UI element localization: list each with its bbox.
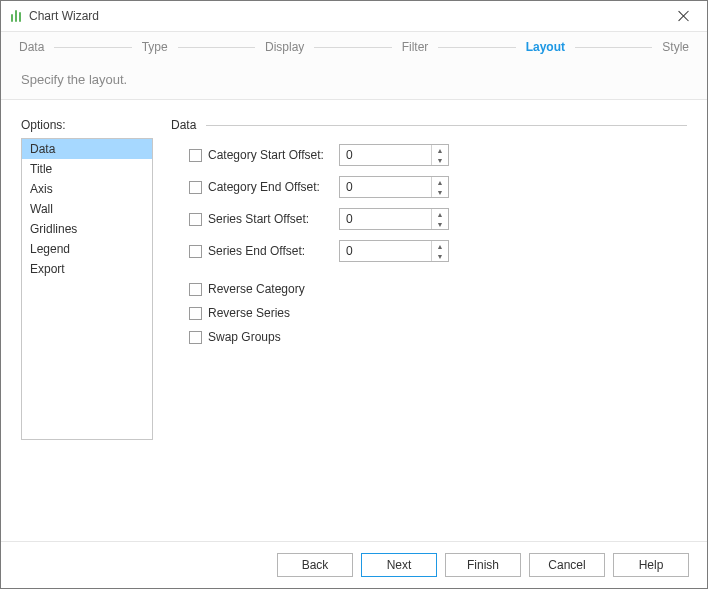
spinner-value[interactable]: 0 (340, 241, 431, 261)
checkbox-icon (189, 213, 202, 226)
form-rows: Category Start Offset: 0 ▲ ▼ Category En… (171, 144, 687, 344)
spinner-up-icon[interactable]: ▲ (432, 145, 448, 155)
step-connector (438, 47, 515, 48)
step-connector (314, 47, 391, 48)
row-category-start-offset: Category Start Offset: 0 ▲ ▼ (189, 144, 687, 166)
close-button[interactable] (669, 4, 699, 28)
options-label: Options: (21, 118, 153, 132)
options-item-legend[interactable]: Legend (22, 239, 152, 259)
row-reverse-category: Reverse Category (189, 282, 687, 296)
wizard-footer: Back Next Finish Cancel Help (1, 541, 707, 588)
finish-button[interactable]: Finish (445, 553, 521, 577)
checkbox-label: Category Start Offset: (208, 148, 324, 162)
checkbox-category-start-offset[interactable]: Category Start Offset: (189, 148, 339, 162)
app-icon (11, 10, 21, 22)
next-button[interactable]: Next (361, 553, 437, 577)
checkbox-series-end-offset[interactable]: Series End Offset: (189, 244, 339, 258)
checkbox-reverse-series[interactable]: Reverse Series (189, 306, 339, 320)
spinner-arrows: ▲ ▼ (431, 145, 448, 165)
spinner-value[interactable]: 0 (340, 209, 431, 229)
spinner-category-start-offset[interactable]: 0 ▲ ▼ (339, 144, 449, 166)
wizard-subtitle: Specify the layout. (1, 62, 707, 100)
step-style[interactable]: Style (662, 40, 689, 54)
step-layout[interactable]: Layout (526, 40, 565, 54)
cancel-button[interactable]: Cancel (529, 553, 605, 577)
checkbox-label: Reverse Category (208, 282, 305, 296)
step-filter[interactable]: Filter (402, 40, 429, 54)
checkbox-icon (189, 149, 202, 162)
spinner-value[interactable]: 0 (340, 145, 431, 165)
titlebar: Chart Wizard (1, 1, 707, 32)
options-column: Options: Data Title Axis Wall Gridlines … (21, 118, 153, 541)
checkbox-icon (189, 181, 202, 194)
checkbox-label: Reverse Series (208, 306, 290, 320)
checkbox-label: Swap Groups (208, 330, 281, 344)
options-list[interactable]: Data Title Axis Wall Gridlines Legend Ex… (21, 138, 153, 440)
step-connector (54, 47, 131, 48)
close-icon (678, 10, 690, 22)
form-column: Data Category Start Offset: 0 ▲ ▼ (171, 118, 687, 541)
checkbox-icon (189, 245, 202, 258)
help-button[interactable]: Help (613, 553, 689, 577)
checkbox-category-end-offset[interactable]: Category End Offset: (189, 180, 339, 194)
spinner-arrows: ▲ ▼ (431, 209, 448, 229)
options-item-axis[interactable]: Axis (22, 179, 152, 199)
step-data[interactable]: Data (19, 40, 44, 54)
step-connector (178, 47, 255, 48)
checkbox-label: Series Start Offset: (208, 212, 309, 226)
spinner-arrows: ▲ ▼ (431, 241, 448, 261)
step-display[interactable]: Display (265, 40, 304, 54)
row-series-end-offset: Series End Offset: 0 ▲ ▼ (189, 240, 687, 262)
spinner-up-icon[interactable]: ▲ (432, 241, 448, 251)
checkbox-label: Series End Offset: (208, 244, 305, 258)
spinner-down-icon[interactable]: ▼ (432, 187, 448, 197)
group-header: Data (171, 118, 687, 132)
spinner-series-start-offset[interactable]: 0 ▲ ▼ (339, 208, 449, 230)
group-title: Data (171, 118, 196, 132)
options-item-gridlines[interactable]: Gridlines (22, 219, 152, 239)
checkbox-series-start-offset[interactable]: Series Start Offset: (189, 212, 339, 226)
row-series-start-offset: Series Start Offset: 0 ▲ ▼ (189, 208, 687, 230)
back-button[interactable]: Back (277, 553, 353, 577)
spinner-category-end-offset[interactable]: 0 ▲ ▼ (339, 176, 449, 198)
spinner-down-icon[interactable]: ▼ (432, 251, 448, 261)
step-connector (575, 47, 652, 48)
row-category-end-offset: Category End Offset: 0 ▲ ▼ (189, 176, 687, 198)
options-item-title[interactable]: Title (22, 159, 152, 179)
wizard-steps: Data Type Display Filter Layout Style (1, 32, 707, 62)
spinner-down-icon[interactable]: ▼ (432, 155, 448, 165)
step-type[interactable]: Type (142, 40, 168, 54)
checkbox-icon (189, 331, 202, 344)
options-item-export[interactable]: Export (22, 259, 152, 279)
options-item-wall[interactable]: Wall (22, 199, 152, 219)
checkbox-label: Category End Offset: (208, 180, 320, 194)
wizard-body: Options: Data Title Axis Wall Gridlines … (1, 100, 707, 541)
row-swap-groups: Swap Groups (189, 330, 687, 344)
options-item-data[interactable]: Data (22, 139, 152, 159)
spinner-down-icon[interactable]: ▼ (432, 219, 448, 229)
group-divider (206, 125, 687, 126)
spinner-arrows: ▲ ▼ (431, 177, 448, 197)
spinner-up-icon[interactable]: ▲ (432, 177, 448, 187)
checkbox-swap-groups[interactable]: Swap Groups (189, 330, 339, 344)
checkbox-reverse-category[interactable]: Reverse Category (189, 282, 339, 296)
checkbox-icon (189, 307, 202, 320)
spinner-up-icon[interactable]: ▲ (432, 209, 448, 219)
window-title: Chart Wizard (29, 9, 669, 23)
chart-wizard-window: Chart Wizard Data Type Display Filter La… (0, 0, 708, 589)
spinner-value[interactable]: 0 (340, 177, 431, 197)
row-reverse-series: Reverse Series (189, 306, 687, 320)
checkbox-icon (189, 283, 202, 296)
spinner-series-end-offset[interactable]: 0 ▲ ▼ (339, 240, 449, 262)
